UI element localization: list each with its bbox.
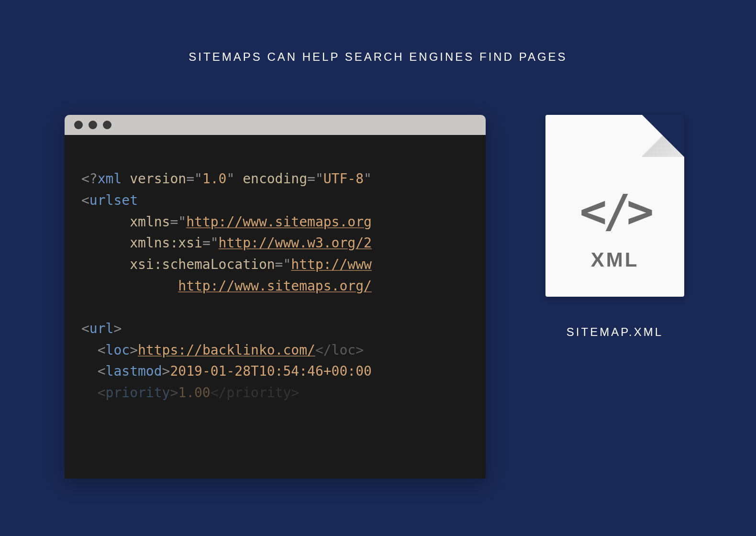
traffic-light-zoom-icon (103, 121, 111, 129)
code-line: <?xml version="1.0" encoding="UTF-8" (81, 168, 486, 190)
code-line: <priority>1.00</priority> (81, 382, 486, 404)
xml-file-icon: </> XML (545, 115, 684, 297)
code-line: xmlns:xsi="http://www.w3.org/2 (81, 233, 486, 254)
traffic-light-minimize-icon (89, 121, 97, 129)
code-bracket-icon: </> (579, 189, 650, 234)
code-body: <?xml version="1.0" encoding="UTF-8" <ur… (65, 135, 486, 479)
code-line: <lastmod>2019-01-28T10:54:46+00:00 (81, 361, 486, 382)
file-panel: </> XML SITEMAP.XML (534, 115, 696, 339)
window-titlebar (65, 115, 486, 135)
code-line: <loc>https://backlinko.com/</loc> (81, 340, 486, 361)
page-title: SITEMAPS CAN HELP SEARCH ENGINES FIND PA… (0, 50, 756, 64)
code-line: <urlset (81, 190, 486, 212)
code-line: xmlns="http://www.sitemaps.org (81, 212, 486, 233)
code-line: <url> (81, 318, 486, 340)
code-line: xsi:schemaLocation="http://www (81, 254, 486, 276)
file-name-label: SITEMAP.XML (534, 325, 696, 339)
code-window: <?xml version="1.0" encoding="UTF-8" <ur… (65, 115, 486, 479)
file-extension-label: XML (591, 248, 639, 271)
traffic-light-close-icon (74, 121, 83, 129)
code-line: http://www.sitemaps.org/ (81, 276, 486, 297)
page-fold-icon (642, 115, 684, 157)
